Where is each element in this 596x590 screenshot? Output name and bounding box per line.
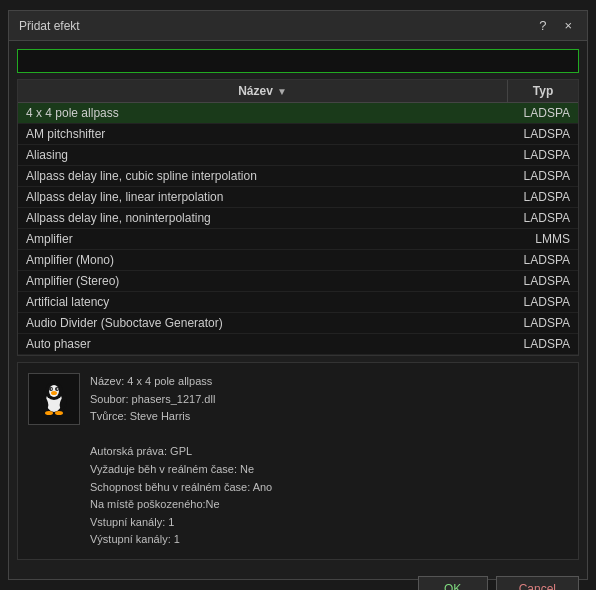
table-row[interactable]: Amplifier (Stereo)LADSPA (18, 271, 578, 292)
info-name-label: Název: 4 x 4 pole allpass (90, 375, 212, 387)
help-button[interactable]: ? (534, 16, 551, 35)
row-name: Artificial latency (18, 292, 508, 312)
dialog-body: Název ▼ Typ 4 x 4 pole allpassLADSPAAM p… (9, 41, 587, 568)
table-rows: 4 x 4 pole allpassLADSPAAM pitchshifterL… (18, 103, 578, 355)
row-name: Amplifier (18, 229, 508, 249)
table-row[interactable]: Amplifier (Mono)LADSPA (18, 250, 578, 271)
info-rights-label: Autorská práva: GPL (90, 445, 192, 457)
close-button[interactable]: × (559, 16, 577, 35)
row-name: Allpass delay line, linear interpolation (18, 187, 508, 207)
info-output-ch-label: Výstupní kanály: 1 (90, 533, 180, 545)
row-name: Auto phaser (18, 334, 508, 354)
info-realtime-capable-label: Schopnost běhu v reálném čase: Ano (90, 481, 272, 493)
table-row[interactable]: Auto phaserLADSPA (18, 334, 578, 355)
row-name: 4 x 4 pole allpass (18, 103, 508, 123)
row-type: LADSPA (508, 145, 578, 165)
title-bar: Přidat efekt ? × (9, 11, 587, 41)
ok-button[interactable]: OK (418, 576, 488, 590)
row-type: LADSPA (508, 208, 578, 228)
type-column-header: Typ (508, 80, 578, 102)
row-type: LADSPA (508, 187, 578, 207)
search-input[interactable] (17, 49, 579, 73)
svg-point-11 (45, 411, 53, 415)
table-row[interactable]: Allpass delay line, noninterpolatingLADS… (18, 208, 578, 229)
info-text: Název: 4 x 4 pole allpass Soubor: phaser… (90, 373, 568, 549)
plugin-icon (28, 373, 80, 425)
info-realtime-label: Vyžaduje běh v reálném čase: Ne (90, 463, 254, 475)
row-name: Amplifier (Mono) (18, 250, 508, 270)
name-column-header: Název ▼ (18, 80, 508, 102)
info-file-label: Soubor: phasers_1217.dll (90, 393, 215, 405)
row-type: LADSPA (508, 103, 578, 123)
info-inplace-label: Na místě poškozeného:Ne (90, 498, 220, 510)
svg-point-12 (55, 411, 63, 415)
row-name: Audio Divider (Suboctave Generator) (18, 313, 508, 333)
table-row[interactable]: AliasingLADSPA (18, 145, 578, 166)
row-type: LADSPA (508, 313, 578, 333)
row-type: LADSPA (508, 334, 578, 354)
add-effect-dialog: Přidat efekt ? × Název ▼ Typ 4 x 4 pole … (8, 10, 588, 580)
info-creator-label: Tvůrce: Steve Harris (90, 410, 190, 422)
row-name: Allpass delay line, cubic spline interpo… (18, 166, 508, 186)
svg-point-6 (51, 388, 53, 390)
row-type: LADSPA (508, 124, 578, 144)
row-name: Allpass delay line, noninterpolating (18, 208, 508, 228)
cancel-button[interactable]: Cancel (496, 576, 579, 590)
table-row[interactable]: Allpass delay line, cubic spline interpo… (18, 166, 578, 187)
dialog-footer: OK Cancel (9, 568, 587, 590)
table-row[interactable]: Allpass delay line, linear interpolation… (18, 187, 578, 208)
row-type: LADSPA (508, 271, 578, 291)
info-creator-email (90, 428, 150, 440)
table-row[interactable]: AmplifierLMMS (18, 229, 578, 250)
svg-point-7 (57, 388, 59, 390)
row-type: LMMS (508, 229, 578, 249)
info-input-ch-label: Vstupní kanály: 1 (90, 516, 174, 528)
table-header: Název ▼ Typ (18, 80, 578, 103)
plugin-icon-svg (34, 379, 74, 419)
sort-icon: ▼ (277, 86, 287, 97)
table-row[interactable]: Audio Divider (Suboctave Generator)LADSP… (18, 313, 578, 334)
row-type: LADSPA (508, 292, 578, 312)
table-row[interactable]: AM pitchshifterLADSPA (18, 124, 578, 145)
info-panel: Název: 4 x 4 pole allpass Soubor: phaser… (17, 362, 579, 560)
table-row[interactable]: Artificial latencyLADSPA (18, 292, 578, 313)
svg-point-8 (51, 391, 57, 395)
effect-table: Název ▼ Typ 4 x 4 pole allpassLADSPAAM p… (17, 79, 579, 356)
row-name: Aliasing (18, 145, 508, 165)
row-type: LADSPA (508, 166, 578, 186)
table-row[interactable]: 4 x 4 pole allpassLADSPA (18, 103, 578, 124)
row-name: Amplifier (Stereo) (18, 271, 508, 291)
row-name: AM pitchshifter (18, 124, 508, 144)
title-bar-controls: ? × (534, 16, 577, 35)
dialog-title: Přidat efekt (19, 19, 80, 33)
row-type: LADSPA (508, 250, 578, 270)
